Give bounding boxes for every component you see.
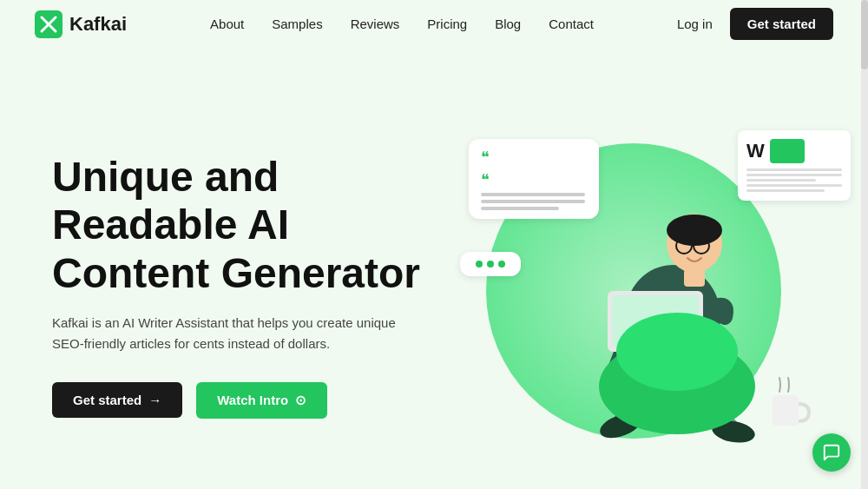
article-img	[770, 139, 805, 163]
get-started-nav-button[interactable]: Get started	[730, 8, 833, 40]
w-letter: W	[746, 140, 765, 162]
scrollbar-thumb[interactable]	[861, 0, 868, 69]
logo-icon	[35, 10, 62, 38]
article-card-header: W	[746, 139, 842, 163]
article-line-3	[746, 179, 816, 182]
dot-3	[498, 261, 505, 268]
dot-2	[487, 261, 494, 268]
article-card: W	[738, 130, 851, 201]
chat-widget-button[interactable]	[812, 433, 851, 472]
svg-point-13	[616, 313, 738, 391]
hero-content: Unique and Readable AI Content Generator…	[52, 153, 469, 419]
nav-blog[interactable]: Blog	[495, 17, 521, 31]
navbar: Kafkai About Samples Reviews Pricing Blo…	[0, 0, 868, 48]
bubble-line-3	[481, 207, 559, 210]
nav-contact[interactable]: Contact	[549, 17, 594, 31]
typing-bubble	[460, 252, 521, 276]
article-lines	[746, 169, 842, 192]
nav-samples[interactable]: Samples	[272, 17, 322, 31]
bubble-lines	[481, 193, 587, 210]
login-button[interactable]: Log in	[677, 17, 713, 31]
article-line-5	[746, 189, 825, 192]
hero-subtitle: Kafkai is an AI Writer Assistant that he…	[52, 313, 399, 354]
nav-reviews[interactable]: Reviews	[351, 17, 400, 31]
logo-area: Kafkai	[35, 10, 127, 38]
nav-links: About Samples Reviews Pricing Blog Conta…	[210, 17, 594, 31]
article-line-2	[746, 174, 842, 176]
hero-illustration: ❝ W	[417, 91, 868, 489]
dot-1	[476, 261, 483, 268]
nav-pricing[interactable]: Pricing	[427, 17, 467, 31]
scrollbar[interactable]	[861, 0, 868, 489]
bubble-line-1	[481, 193, 585, 196]
hero-section: Unique and Readable AI Content Generator…	[0, 48, 868, 489]
svg-rect-14	[773, 395, 799, 426]
svg-rect-11	[684, 269, 705, 287]
get-started-button[interactable]: Get started →	[52, 382, 182, 418]
nav-actions: Log in Get started	[677, 8, 833, 40]
article-line-4	[746, 184, 842, 187]
hero-cta-buttons: Get started → Watch Intro ⊙	[52, 382, 469, 419]
article-line-1	[746, 169, 842, 171]
text-bubble-top: ❝	[469, 139, 599, 219]
logo-text: Kafkai	[69, 13, 127, 36]
nav-about[interactable]: About	[210, 17, 244, 31]
hero-title: Unique and Readable AI Content Generator	[52, 153, 469, 297]
bubble-line-2	[481, 200, 585, 203]
watch-intro-button[interactable]: Watch Intro ⊙	[196, 382, 327, 419]
